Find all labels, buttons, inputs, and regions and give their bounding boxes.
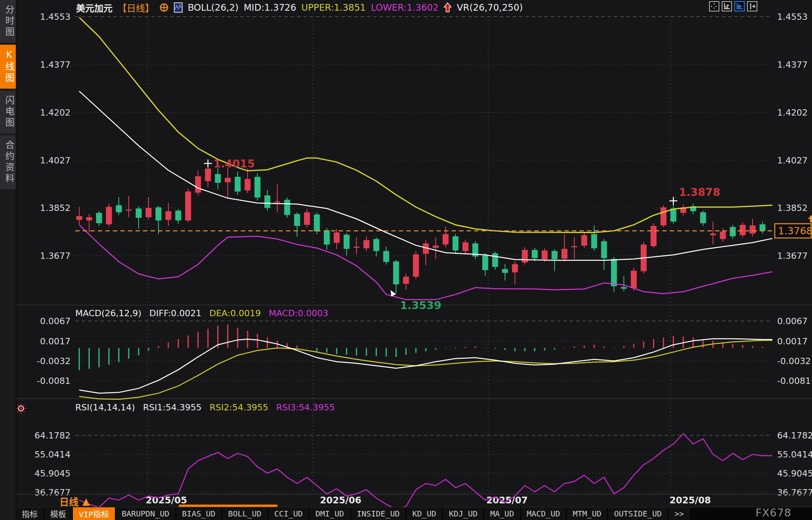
candle-body [86,217,92,220]
macd-histogram-bar [584,345,585,348]
chart-tool-buttons [709,1,757,11]
macd-dea-value: DEA:0.0019 [210,308,261,318]
toolbar-item-13[interactable]: MTM_UD [567,507,608,520]
y-axis-label-left: 0.0067 [40,316,71,326]
candle-body [76,216,82,220]
candle-body [750,226,756,234]
macd-histogram-bar [505,348,506,350]
candle-body [225,178,231,182]
macd-histogram-bar [485,347,486,348]
macd-histogram-bar [316,348,318,351]
candle-body [175,211,181,220]
candle-body [562,249,568,259]
auto-scroll-icon[interactable] [734,1,745,11]
toolbar-item-14[interactable]: OUTSIDE_UD [608,507,668,520]
x-axis-month-label: 2025/06 [320,495,361,505]
macd-histogram-bar [168,343,169,348]
rsi2-value: RSI2:54.3955 [210,402,268,412]
candle-body [215,174,221,183]
sidebar-tab-lightning-chart[interactable]: 闪电图 [0,91,16,133]
y-axis-label-left: 1.4553 [40,12,71,22]
y-axis-label-left: -0.0032 [37,356,71,366]
toolbar-item-3[interactable]: BARUPDN_UD [116,507,176,520]
macd-histogram-bar [564,348,565,348]
y-axis-label-right: 45.9045 [777,469,812,478]
crosshair-toggle-icon[interactable] [159,3,169,12]
macd-diff-value: DIFF:0.0021 [149,308,201,318]
macd-histogram-bar [732,344,734,348]
indicator-chart-icon[interactable] [174,2,183,13]
toolbar-item-1[interactable]: 模板 [44,507,73,520]
price-annotation: 1.3539 [400,299,441,311]
chart-region[interactable]: 1.45531.45531.43771.43771.42021.42021.40… [16,0,812,507]
move-tool-icon[interactable] [709,1,719,11]
toolbar-item-8[interactable]: INSIDE_UD [351,507,406,520]
sidebar-tab-contract-info[interactable]: 合约资料 [0,135,16,189]
candle-body [621,287,627,288]
bottom-toolbar: 指标模板VIP指标BARUPDN_UDBIAS_UDBOLL_UDCCI_UDD… [16,507,812,520]
candle-body [314,214,320,232]
period-tag[interactable]: 【日线】 [118,1,154,14]
macd-histogram-bar [495,348,496,349]
y-axis-label-right: 1.3677 [777,251,808,261]
toolbar-item-5[interactable]: BOLL_UD [222,507,268,520]
current-price-box: 1.3768 [775,215,812,238]
candle-body [334,232,340,243]
price-box-value: 1.3768 [778,225,812,237]
toolbar-item-15[interactable]: >> [669,507,691,520]
macd-histogram-bar [445,348,446,348]
macd-histogram-bar [257,334,258,348]
shift-axis-icon[interactable] [747,1,757,11]
macd-histogram-bar [118,348,120,362]
toolbar-item-10[interactable]: KDJ_UD [443,507,484,520]
candle-body [572,246,578,247]
macd-histogram-bar [307,348,308,348]
toolbar-item-12[interactable]: MACD_UD [521,507,567,520]
macd-histogram-bar [178,339,179,348]
candle-body [482,255,488,270]
candle-body [383,251,389,262]
rsi1-value: RSI1:54.3955 [143,402,202,412]
candle-body [651,226,657,246]
macd-histogram-bar [455,347,456,348]
macd-histogram-bar [416,348,417,353]
candle-body [255,177,261,197]
candle-body [740,225,746,235]
macd-histogram-bar [396,348,397,357]
macd-histogram-bar [604,346,605,348]
toolbar-item-2[interactable]: VIP指标 [73,507,116,520]
x-axis-month-label: 2025/08 [669,495,711,505]
macd-histogram-bar [148,348,149,351]
candle-body [512,264,518,272]
toolbar-item-4[interactable]: BIAS_UD [176,507,222,520]
axis-scale-icon[interactable] [722,1,732,11]
candle-body [433,246,439,248]
candle-body [720,232,726,239]
toolbar-item-0[interactable]: 指标 [16,507,44,520]
candle-body [364,240,370,249]
toolbar-item-11[interactable]: MA_UD [484,507,520,520]
candle-body [661,207,667,226]
sidebar-tab-kline-chart[interactable]: K线图 [0,45,16,89]
candle-body [443,234,449,245]
sidebar-tab-time-chart[interactable]: 分时图 [0,0,16,43]
macd-histogram-bar [158,346,159,348]
macd-macd-value: MACD:0.0003 [269,308,328,318]
candlestick-chart-canvas[interactable]: 1.45531.45531.43771.43771.42021.42021.40… [16,0,812,507]
candle-body [235,177,241,192]
toolbar-item-9[interactable]: KD_UD [406,507,443,520]
period-selector[interactable]: 日线 ▲ [59,494,90,508]
toolbar-item-7[interactable]: DMI_UD [309,507,351,520]
boll-mid-value: MID:1.3726 [244,2,296,13]
macd-histogram-bar [435,348,436,349]
macd-histogram-bar [574,346,575,348]
macd-histogram-bar [673,336,674,348]
macd-histogram-bar [326,348,328,353]
rsi3-value: RSI3:54.3955 [276,402,335,412]
toolbar-item-6[interactable]: CCI_UD [268,507,309,520]
macd-histogram-bar [128,348,130,359]
alert-dot-icon[interactable] [16,403,26,414]
left-sidebar: 分时图 K线图 闪电图 合约资料 [0,0,16,520]
y-axis-label-left: 55.0414 [34,450,71,459]
price-annotation: 1.3878 [679,186,720,198]
